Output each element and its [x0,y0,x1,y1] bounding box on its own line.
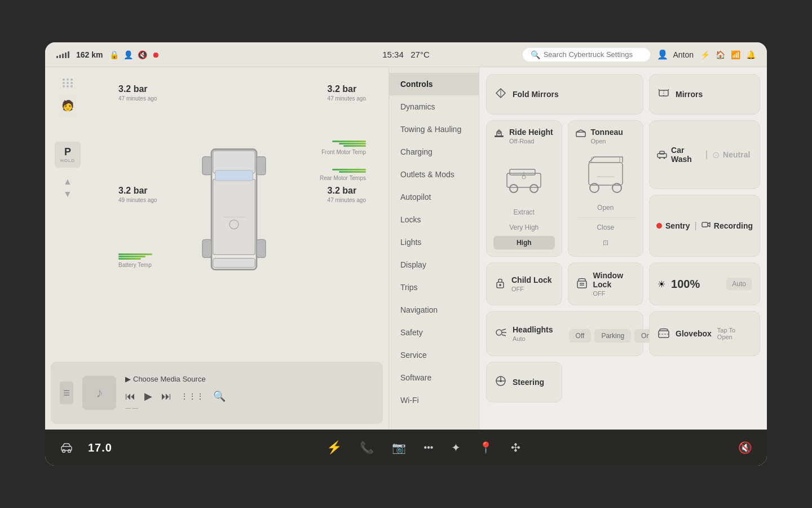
window-lock-value: OFF [593,290,636,297]
window-lock-card[interactable]: Window Lock OFF [568,262,644,305]
tonneau-partial[interactable]: ⊡ [575,236,637,249]
brightness-value: 100% [671,278,721,291]
taskbar-map-button[interactable]: 📍 [475,437,496,458]
sidebar-item-autopilot[interactable]: Autopilot [389,186,479,208]
sentry-recording-card[interactable]: Sentry | Recording [649,195,760,257]
glovebox-icon [657,326,670,341]
hl-parking-button[interactable]: Parking [594,329,631,343]
ride-option-very-high[interactable]: Very High [493,221,555,234]
car-wash-neutral-card[interactable]: Car Wash | ⊙ Neutral [649,120,760,189]
user-icon: 👤 [657,49,668,60]
svg-point-24 [498,132,500,134]
search-input[interactable] [544,50,643,59]
direction-indicators: ▲ ▼ [63,177,72,199]
child-lock-card[interactable]: Child Lock OFF [486,262,562,305]
search-bar[interactable]: 🔍 [523,48,651,62]
sidebar-item-safety[interactable]: Safety [389,321,479,344]
ride-option-extract[interactable]: Extract [493,205,555,219]
home-icon[interactable]: 🏠 [716,50,725,59]
stat-rl-label: 49 minutes ago [118,197,157,203]
left-panel: 🧑 P HOLD ▲ ▼ 3.2 bar [45,67,389,430]
taskbar-apps-button[interactable]: ✦ [448,437,464,458]
tonneau-card[interactable]: Tonneau Open [568,120,644,257]
sidebar-item-charging[interactable]: Charging [389,141,479,163]
search-media-button[interactable]: 🔍 [213,390,226,402]
range-display: 162 km [76,50,103,59]
sidebar-item-lights[interactable]: Lights [389,231,479,253]
neutral-text: Neutral [723,150,753,159]
fold-mirrors-button[interactable]: Fold Mirrors [486,74,643,115]
status-center: 15:34 27°C [289,50,522,59]
window-lock-label: Window Lock [593,271,636,289]
child-lock-icon [495,277,506,291]
main-screen: 162 km 🔒 👤 🔇 ⏺ 15:34 27°C 🔍 👤 Anton [45,42,767,466]
queue-button[interactable]: ⋮⋮⋮ [180,392,204,401]
brightness-icon: ☀ [657,279,665,290]
stat-rr-label: 47 minutes ago [328,197,366,203]
stat-fl-label: 47 minutes ago [118,95,157,102]
stat-fl-value: 3.2 bar [118,84,157,94]
car-stats: 🧑 P HOLD ▲ ▼ 3.2 bar [51,73,383,357]
mirrors-text: Mirrors [676,90,752,99]
bluetooth-icon[interactable]: ⚡ [700,50,710,59]
tonneau-label: Tonneau [591,128,623,137]
taskbar-phone-button[interactable]: 📞 [356,437,377,458]
mirrors-button[interactable]: Mirrors [649,74,760,115]
svg-point-43 [499,284,501,286]
time-display: 15:34 [382,50,404,59]
taskbar-camera-button[interactable]: 📷 [389,437,409,458]
sidebar-item-controls[interactable]: Controls [389,73,479,95]
sidebar-item-outlets[interactable]: Outlets & Mods [389,163,479,186]
taskbar-more-button[interactable]: ••• [421,439,437,456]
tonneau-subtitle: Open [591,138,623,144]
sidebar-item-trips[interactable]: Trips [389,276,479,299]
steering-button[interactable]: Steering [486,362,562,402]
ride-height-card[interactable]: Ride Height Off-Road [486,120,562,257]
taskbar-bluetooth-button[interactable]: ⚡ [323,437,345,458]
media-info: ▶ Choose Media Source ⏮ ▶ ⏭ ⋮⋮⋮ 🔍 — — [125,375,374,411]
neutral-label: Neutral [723,150,753,159]
controls-panel: Fold Mirrors Mirrors [479,67,767,430]
taskbar-grid-button[interactable]: ✣ [508,437,524,458]
svg-point-27 [510,185,518,192]
taskbar-volume-button[interactable]: 🔇 [735,437,756,458]
sidebar-item-dynamics[interactable]: Dynamics [389,95,479,118]
stat-fr: 3.2 bar 47 minutes ago [328,84,366,102]
svg-rect-3 [213,259,255,268]
svg-point-47 [496,330,502,335]
glovebox-card[interactable]: Glovebox Tap To Open [649,311,760,356]
stat-fr-label: 47 minutes ago [328,95,366,102]
media-source-text[interactable]: Choose Media Source [133,375,206,383]
sidebar-item-wifi[interactable]: Wi-Fi [389,389,479,411]
wifi-icon[interactable]: 📶 [731,50,740,59]
tonneau-option-close[interactable]: Close [575,221,637,234]
next-button[interactable]: ⏭ [161,391,171,402]
tonneau-option-open[interactable]: Open [575,201,637,214]
headlights-card[interactable]: Headlights Auto [486,311,643,356]
sidebar-item-navigation[interactable]: Navigation [389,299,479,321]
svg-point-28 [530,185,538,192]
bell-icon[interactable]: 🔔 [746,50,756,59]
search-icon: 🔍 [531,50,540,59]
sidebar-item-software[interactable]: Software [389,366,479,389]
sidebar-item-service[interactable]: Service [389,344,479,366]
brightness-mode[interactable]: Auto [726,278,752,290]
sidebar-item-display[interactable]: Display [389,253,479,276]
divider2: | [695,221,697,231]
hl-off-button[interactable]: Off [569,329,592,343]
svg-line-48 [502,329,506,330]
svg-rect-6 [202,239,211,257]
prev-button[interactable]: ⏮ [125,391,135,402]
headlights-icon [495,326,507,341]
brightness-card[interactable]: ☀ 100% Auto [649,262,760,305]
ride-height-visual [501,154,546,199]
play-button[interactable]: ▶ [144,390,152,402]
record-icon: ⏺ [152,50,160,59]
taskbar-car-button[interactable] [56,437,77,458]
svg-rect-41 [702,222,708,227]
sidebar-item-locks[interactable]: Locks [389,208,479,231]
svg-point-39 [659,157,661,159]
sidebar-item-towing[interactable]: Towing & Hauling [389,118,479,141]
ride-option-high[interactable]: High [493,236,555,249]
steering-label: Steering [513,378,554,387]
